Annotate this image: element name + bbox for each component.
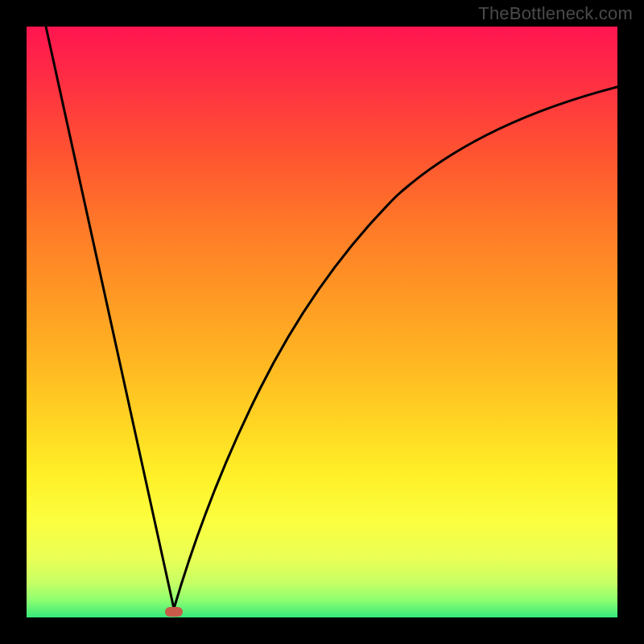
- chart-frame: TheBottleneck.com: [0, 0, 644, 644]
- min-point-marker: [165, 607, 183, 617]
- curve-right: [174, 87, 617, 609]
- bottleneck-curve: [27, 27, 617, 617]
- curve-left: [46, 27, 174, 609]
- attribution-text: TheBottleneck.com: [478, 3, 633, 24]
- plot-area: [27, 27, 617, 617]
